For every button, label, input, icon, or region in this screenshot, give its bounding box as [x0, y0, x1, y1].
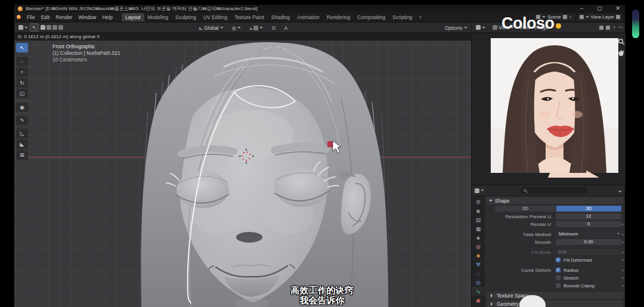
volume-indicator — [632, 10, 639, 38]
curve-deform-radius-row: Curve Deform ✓ Radius — [487, 267, 623, 274]
tool-button-move[interactable]: + — [16, 67, 28, 77]
tool-button-select-box[interactable]: ↖ — [16, 43, 28, 52]
tool-button-transform[interactable]: ◉ — [16, 103, 28, 112]
screen: Blender* [D:₩SHIN MIN JEONG₩work₩콜로소₩#3.… — [0, 0, 644, 307]
fill-deformed-checkbox[interactable]: ✓ — [556, 258, 561, 262]
viewport-3d[interactable]: D: 0.1612 m (0.1612 m) along global X Fr… — [14, 33, 471, 307]
tool-button-measure[interactable]: ◺ — [16, 129, 28, 138]
properties-tab-modifiers[interactable]: ⚒ — [472, 260, 485, 269]
properties-header — [472, 185, 625, 196]
proportional-edit-dropdown[interactable]: ⊙ — [270, 24, 277, 32]
orientation-label: Global — [204, 25, 219, 31]
render-u-field[interactable]: 0 — [556, 221, 621, 227]
editor-type-button[interactable] — [474, 24, 487, 31]
resolution-preview-field[interactable]: 12 — [556, 213, 621, 219]
tool-button-shear[interactable]: ◣ — [16, 139, 28, 149]
active-tool-button[interactable]: ↖ — [30, 23, 39, 32]
tool-bar: ↖◌+↻◱◉✎◺◣⊞ — [16, 43, 28, 160]
radius-checkbox[interactable]: ✓ — [556, 268, 561, 272]
animate-dot[interactable] — [622, 224, 624, 225]
collapse-arrow-icon — [489, 200, 493, 203]
open-image-icon[interactable] — [606, 26, 610, 30]
titlebar: Blender* [D:₩SHIN MIN JEONG₩work₩콜로소₩#3.… — [14, 5, 625, 13]
properties-tab-tool[interactable]: ⚙ — [472, 197, 485, 206]
menu-item[interactable]: Window — [75, 13, 99, 21]
tool-button-add-cube[interactable]: ⊞ — [16, 150, 28, 160]
twist-method-dropdown[interactable]: Minimum — [556, 231, 621, 237]
animate-dot[interactable] — [622, 269, 624, 271]
image-editor[interactable] — [471, 33, 625, 186]
properties-tab-view-layer[interactable]: ▦ — [472, 224, 485, 233]
workspace-tab[interactable]: Modeling — [144, 13, 172, 21]
coloso-watermark: Coloso — [501, 14, 561, 33]
chevron-down-icon — [586, 16, 589, 20]
fill-mode-row: Fill Mode Full — [487, 249, 623, 256]
properties-tab-render[interactable]: ◙ — [472, 206, 485, 215]
minimize-button[interactable]: – — [580, 5, 583, 13]
blender-menu-icon[interactable] — [17, 15, 21, 19]
character-3d-model[interactable] — [14, 33, 471, 307]
pin-icon[interactable]: ⊶ — [618, 25, 623, 30]
stretch-checkbox[interactable]: ✓ — [556, 275, 561, 280]
toggle-3d-button[interactable]: 3D — [556, 206, 621, 212]
new-view-layer-icon[interactable] — [616, 15, 620, 19]
orientation-icon: ⊾ — [199, 25, 203, 31]
menu-item[interactable]: File — [24, 13, 38, 21]
smooth-field[interactable]: 0.00 — [556, 239, 621, 245]
workspace-tab[interactable]: Compositing — [354, 13, 389, 21]
workspace-tab[interactable]: Scripting — [389, 13, 416, 21]
duplicate-image-icon[interactable] — [599, 26, 603, 30]
transform-orientation-dropdown[interactable]: ⊾ Global — [197, 24, 225, 32]
image-editor-icon — [476, 25, 481, 30]
select-mode-icon — [47, 25, 51, 30]
fill-mode-dropdown: Full — [556, 249, 621, 255]
animate-dot[interactable] — [622, 234, 624, 235]
close-button[interactable]: ✕ — [615, 5, 620, 13]
animate-dot[interactable] — [622, 277, 624, 279]
toggle-2d-button[interactable]: 2D — [495, 206, 556, 212]
mode-icons[interactable] — [39, 24, 65, 30]
properties-tab-particles[interactable]: ∴ — [472, 269, 485, 278]
unlink-image-icon[interactable]: ✕ — [612, 25, 616, 30]
unlink-scene-icon[interactable]: ✕ — [569, 15, 572, 20]
tool-button-scale[interactable]: ◱ — [16, 89, 28, 98]
twist-method-row: Twist Method Minimum — [487, 231, 623, 238]
animate-dot[interactable] — [622, 259, 624, 261]
shape-panel-header[interactable]: Shape — [487, 197, 623, 204]
workspace-tabs: LayoutModelingSculptingUV EditingTexture… — [122, 13, 416, 21]
menu-item[interactable]: Edit — [38, 13, 53, 21]
workspace-tab[interactable]: Layout — [122, 13, 144, 21]
options-dropdown[interactable]: Options — [445, 23, 467, 33]
workspace-tab[interactable]: Animation — [293, 13, 323, 21]
workspace-tab[interactable]: UV Editing — [200, 13, 231, 21]
add-workspace-button[interactable]: + — [416, 13, 425, 21]
workspace-tab[interactable]: Rendering — [323, 13, 354, 21]
editor-type-button[interactable] — [475, 188, 484, 193]
workspace-tab[interactable]: Sculpting — [172, 13, 200, 21]
tool-button-rotate[interactable]: ↻ — [16, 78, 28, 88]
view-layer-selector[interactable]: View Layer — [577, 14, 623, 21]
tool-button-annotate[interactable]: ✎ — [16, 116, 28, 125]
workspace-tab[interactable]: Texture Paint — [231, 13, 268, 21]
properties-tab-object[interactable]: ■ — [472, 251, 485, 260]
menu-item[interactable]: Help — [99, 13, 115, 21]
properties-tab-scene[interactable]: ◈ — [472, 233, 485, 242]
properties-tab-output[interactable]: ▤ — [472, 215, 485, 224]
tool-button-cursor-3d[interactable]: ◌ — [16, 57, 28, 66]
workspace-tab[interactable]: Shading — [268, 13, 293, 21]
maximize-button[interactable]: ▢ — [597, 5, 602, 13]
properties-search-input[interactable] — [521, 187, 587, 194]
annotation-tool[interactable]: A — [282, 24, 289, 32]
snap-dropdown[interactable]: ◒ — [247, 24, 265, 32]
watermark-dot-icon — [556, 23, 561, 29]
animate-dot[interactable] — [622, 241, 624, 243]
pivot-point-dropdown[interactable]: ◎ — [230, 24, 243, 32]
filter-dropdown-icon[interactable] — [618, 191, 622, 194]
menu-item[interactable]: Render — [52, 13, 75, 21]
editor-type-button[interactable] — [17, 24, 30, 31]
new-scene-icon[interactable] — [563, 15, 567, 19]
text-icon: A — [284, 25, 287, 31]
red-highlight-marker — [327, 141, 333, 147]
properties-tab-world[interactable]: ◍ — [472, 242, 485, 251]
chevron-down-icon — [464, 27, 467, 30]
